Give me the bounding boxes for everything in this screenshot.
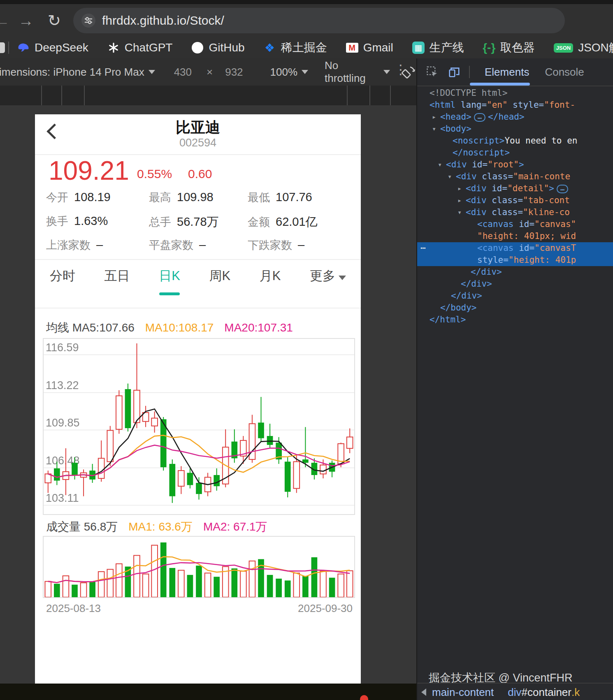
bookmark-gmail[interactable]: M Gmail bbox=[346, 41, 393, 54]
date-end: 2025-09-30 bbox=[298, 602, 353, 615]
site-settings-icon[interactable] bbox=[81, 14, 95, 28]
chatgpt-icon bbox=[107, 42, 120, 54]
gmail-icon: M bbox=[346, 42, 358, 54]
stat-high: 最高109.98 bbox=[149, 190, 214, 205]
bookmark-prodline[interactable]: ▦ 生产线 bbox=[412, 40, 464, 56]
dom-tree-line[interactable]: ▸<div id="detail">… bbox=[417, 183, 613, 195]
tab-weekly-k[interactable]: 周K bbox=[209, 267, 230, 295]
device-dimensions-select[interactable]: imensions: iPhone 14 Pro Max bbox=[0, 66, 144, 79]
scroll-left-icon[interactable] bbox=[421, 688, 426, 696]
dom-tree-line[interactable]: </div> bbox=[417, 290, 613, 302]
browser-toolbar: ← → ↻ fhrddx.github.io/Stock/ bbox=[0, 4, 613, 37]
active-tab-underline bbox=[470, 83, 530, 86]
back-button[interactable]: ← bbox=[0, 12, 10, 30]
reload-button[interactable]: ↻ bbox=[48, 12, 61, 30]
chevron-down-icon bbox=[149, 70, 155, 74]
dom-tree-line[interactable]: <!DOCTYPE html> bbox=[417, 87, 613, 99]
devtools-toolbar: Elements Console bbox=[417, 58, 613, 86]
dom-tree-line[interactable]: ⋯<canvas id="canvasT bbox=[417, 242, 613, 254]
stat-amount: 金额62.01亿 bbox=[248, 214, 318, 230]
bookmark-chatgpt[interactable]: ChatGPT bbox=[107, 41, 173, 54]
dom-tree-line[interactable]: </body> bbox=[417, 302, 613, 314]
devtools-breadcrumb: main-content div #container .k bbox=[417, 683, 613, 700]
stock-change-pct: 0.55% bbox=[137, 167, 172, 181]
bookmarks-divider bbox=[8, 42, 9, 54]
dom-tree-line[interactable]: ▾<div class="main-conte bbox=[417, 171, 613, 183]
dock-red-dot bbox=[360, 695, 368, 700]
tab-more[interactable]: 更多 bbox=[310, 267, 346, 295]
bookmark-github[interactable]: GitHub bbox=[191, 41, 244, 54]
stock-change: 0.60 bbox=[188, 167, 212, 181]
stat-advancers: 上涨家数– bbox=[46, 238, 103, 253]
address-bar[interactable]: fhrddx.github.io/Stock/ bbox=[73, 8, 565, 33]
inspect-element-icon[interactable] bbox=[426, 66, 439, 78]
dom-tree-line[interactable]: ▾<div id="root"> bbox=[417, 159, 613, 171]
dom-tree-line[interactable]: </html> bbox=[417, 314, 613, 326]
divider bbox=[35, 154, 361, 155]
device-zoom-select[interactable]: 100% bbox=[270, 66, 298, 79]
partial-bookmark-icon[interactable] bbox=[0, 42, 5, 53]
toolbar-divider bbox=[469, 66, 470, 78]
tab-5day[interactable]: 五日 bbox=[104, 267, 130, 295]
dom-tree-line[interactable]: </div> bbox=[417, 266, 613, 278]
deepseek-icon bbox=[17, 42, 30, 54]
tab-daily-k[interactable]: 日K bbox=[159, 267, 180, 295]
dom-tree-line[interactable]: </div> bbox=[417, 278, 613, 290]
device-throttling-select[interactable]: No throttling bbox=[325, 59, 379, 85]
tab-console[interactable]: Console bbox=[542, 59, 586, 85]
dom-tree-line[interactable]: <html lang="en" style="font- bbox=[417, 99, 613, 111]
breadcrumb-main-content[interactable]: main-content bbox=[432, 686, 494, 699]
chevron-down-icon bbox=[383, 70, 390, 74]
tab-minute[interactable]: 分时 bbox=[50, 267, 75, 295]
divider bbox=[35, 308, 361, 308]
divider bbox=[35, 259, 361, 260]
production-line-icon: ▦ bbox=[412, 42, 425, 54]
tab-monthly-k[interactable]: 月K bbox=[260, 267, 281, 295]
forward-button[interactable]: → bbox=[18, 12, 34, 30]
device-width-input[interactable]: 430 bbox=[174, 66, 192, 79]
dom-tree-line[interactable]: "height: 401px; wid bbox=[417, 230, 613, 242]
kline-ma-legend: 均线 MA5:107.66MA10:108.17MA20:107.31 bbox=[46, 320, 293, 336]
bottom-edge-bar bbox=[0, 684, 416, 700]
ruler-band bbox=[0, 86, 416, 106]
breadcrumb-container-id[interactable]: #container bbox=[522, 686, 571, 699]
chevron-down-icon bbox=[339, 276, 346, 280]
bookmark-deepseek[interactable]: DeepSeek bbox=[17, 41, 88, 54]
breadcrumb-class[interactable]: .k bbox=[571, 686, 580, 699]
json-icon: JSON bbox=[554, 43, 573, 53]
dom-tree: <!DOCTYPE html><html lang="en" style="fo… bbox=[417, 87, 613, 326]
dom-tree-line[interactable]: style="height: 401p bbox=[417, 254, 613, 266]
volume-ma-legend: 成交量 56.8万MA1: 63.6万MA2: 67.1万 bbox=[46, 519, 267, 535]
volume-chart[interactable] bbox=[43, 536, 355, 598]
bookmark-colorpicker[interactable]: {-} 取色器 bbox=[483, 40, 535, 56]
candlestick-chart[interactable] bbox=[43, 338, 355, 515]
screenshot-root: ← → ↻ fhrddx.github.io/Stock/ DeepSeek C… bbox=[0, 0, 613, 700]
device-toolbar-icon[interactable] bbox=[448, 66, 461, 78]
dom-tree-line[interactable]: </noscript> bbox=[417, 147, 613, 159]
device-height-input[interactable]: 932 bbox=[225, 66, 243, 79]
stat-low: 最低107.76 bbox=[248, 190, 312, 205]
chart-period-tabs: 分时 五日 日K 周K 月K 更多 bbox=[35, 267, 361, 295]
url-text: fhrddx.github.io/Stock/ bbox=[102, 14, 224, 28]
stat-turnover: 换手1.63% bbox=[46, 214, 108, 229]
times-icon: × bbox=[207, 66, 213, 79]
bookmark-juejin[interactable]: ❖ 稀土掘金 bbox=[264, 40, 327, 56]
stat-decliners: 下跌家数– bbox=[248, 238, 304, 253]
dom-tree-line[interactable]: ▾<body> bbox=[417, 123, 613, 135]
bookmark-json[interactable]: JSON JSON解析 bbox=[554, 40, 613, 56]
dom-tree-line[interactable]: ▸<head>…</head> bbox=[417, 111, 613, 123]
tab-elements[interactable]: Elements bbox=[482, 59, 532, 85]
dom-tree-line[interactable]: ▾<div class="kline-co bbox=[417, 206, 613, 218]
stat-open: 今开108.19 bbox=[46, 190, 111, 205]
device-emulation-stage: 比亚迪 002594 109.21 0.55% 0.60 今开108.19 最高… bbox=[0, 105, 416, 700]
date-start: 2025-08-13 bbox=[46, 602, 101, 615]
dom-tree-line[interactable]: <canvas id="canvas" bbox=[417, 218, 613, 230]
device-menu-button[interactable]: ⋮ bbox=[394, 62, 407, 77]
github-icon bbox=[191, 42, 204, 54]
bookmarks-bar: DeepSeek ChatGPT GitHub ❖ 稀土掘金 M Gmail ▦… bbox=[0, 37, 613, 58]
stat-volume: 总手56.78万 bbox=[149, 214, 219, 230]
breadcrumb-div[interactable]: div bbox=[508, 686, 521, 699]
dom-tree-line[interactable]: ▸<div class="tab-cont bbox=[417, 195, 613, 206]
dom-tree-line[interactable]: <noscript>You need to en bbox=[417, 135, 613, 147]
browser-tabstrip bbox=[0, 0, 613, 4]
